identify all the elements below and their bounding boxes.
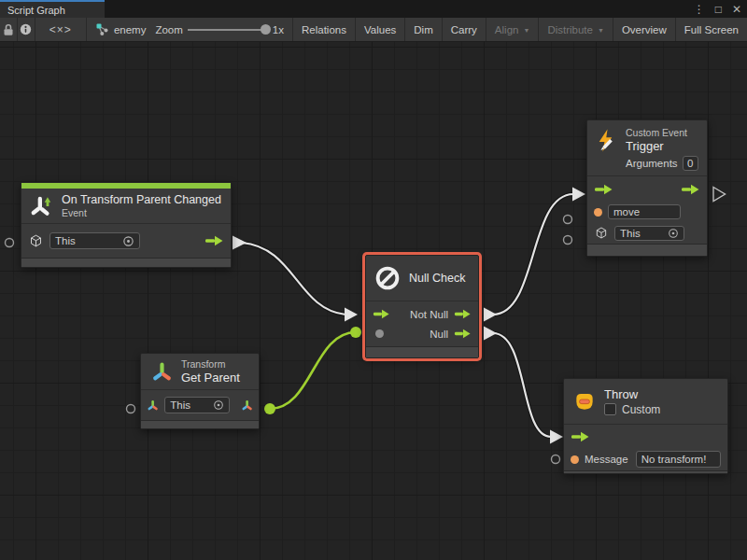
node-footer bbox=[564, 470, 727, 473]
value-port-orange[interactable] bbox=[571, 455, 579, 464]
node-title: On Transform Parent Changed bbox=[62, 193, 221, 206]
toolbar-buttons: Relations Values Dim Carry Align ▼ Distr… bbox=[293, 18, 747, 41]
message-label: Message bbox=[585, 454, 628, 465]
wire-dot bbox=[264, 403, 275, 414]
node-title: Null Check bbox=[409, 272, 465, 285]
graph-name: enemy bbox=[114, 24, 147, 35]
chevron-down-icon: ▼ bbox=[598, 27, 604, 34]
port-label: Null bbox=[430, 329, 448, 340]
node-category: Custom Event bbox=[626, 127, 699, 138]
node-footer bbox=[141, 420, 259, 428]
node-get-parent[interactable]: Transform Get Parent This bbox=[140, 353, 260, 429]
script-graph-icon bbox=[95, 22, 109, 36]
chevron-down-icon: ▼ bbox=[523, 27, 529, 34]
target-field[interactable]: This bbox=[164, 397, 229, 413]
graph-toolbar: <×> enemy Zoom 1x Relations Values Dim C… bbox=[0, 18, 747, 42]
transform-output-port[interactable] bbox=[241, 399, 253, 413]
value-port-orange[interactable] bbox=[594, 208, 602, 217]
node-custom-event-trigger[interactable]: Custom Event Trigger Arguments 0 bbox=[586, 119, 708, 257]
zoom-label: Zoom bbox=[155, 24, 182, 35]
zoom-value: 1x bbox=[273, 24, 284, 35]
trigger-output-port[interactable] bbox=[204, 235, 224, 246]
tab-script-graph[interactable]: Script Graph bbox=[0, 0, 105, 18]
null-output-port[interactable] bbox=[454, 329, 472, 339]
output-trigger-port[interactable] bbox=[713, 188, 726, 202]
node-title: Trigger bbox=[626, 139, 699, 153]
not-null-output-port[interactable] bbox=[454, 309, 472, 319]
node-footer bbox=[366, 346, 478, 357]
custom-event-icon bbox=[595, 127, 618, 155]
object-picker-icon[interactable] bbox=[213, 399, 224, 411]
code-view-button[interactable]: <×> bbox=[35, 18, 87, 41]
node-title: Get Parent bbox=[181, 371, 240, 385]
checkbox-label: Custom bbox=[622, 403, 660, 416]
node-null-check[interactable]: Null Check Not Null bbox=[365, 255, 479, 358]
port-label: Not Null bbox=[410, 309, 448, 320]
node-title: Throw bbox=[604, 387, 660, 401]
maximize-icon[interactable]: □ bbox=[715, 3, 722, 16]
tab-bar: Script Graph ⋮ □ ✕ bbox=[0, 0, 747, 18]
node-category: Transform bbox=[181, 358, 240, 370]
transform-event-icon bbox=[30, 194, 54, 218]
code-icon: <×> bbox=[49, 23, 72, 36]
arguments-label: Arguments bbox=[626, 158, 678, 169]
zoom-slider-knob[interactable] bbox=[261, 24, 271, 35]
wire-end-arrow bbox=[550, 430, 563, 444]
node-subtitle: Event bbox=[62, 207, 221, 218]
value-input-port[interactable] bbox=[375, 329, 384, 338]
dim-button[interactable]: Dim bbox=[405, 18, 442, 41]
input-port[interactable] bbox=[564, 216, 572, 224]
lock-button[interactable] bbox=[0, 18, 18, 41]
custom-checkbox[interactable] bbox=[604, 403, 616, 415]
object-picker-icon[interactable] bbox=[122, 235, 134, 247]
distribute-button: Distribute ▼ bbox=[539, 18, 613, 41]
relations-button[interactable]: Relations bbox=[293, 18, 356, 41]
input-port[interactable] bbox=[127, 405, 135, 413]
trigger-input-port[interactable] bbox=[373, 309, 390, 319]
wire-notnull-to-trigger[interactable] bbox=[493, 194, 573, 315]
wire-end-arrow bbox=[572, 188, 585, 202]
wire-start-arrow bbox=[484, 308, 497, 322]
gameobject-cube-icon bbox=[594, 226, 609, 241]
wire-dot bbox=[350, 327, 361, 338]
gameobject-cube-icon bbox=[28, 233, 44, 249]
unity-script-graph-window: Script Graph ⋮ □ ✕ <×> bbox=[0, 0, 747, 560]
transform-icon bbox=[147, 399, 159, 413]
info-button[interactable] bbox=[18, 18, 35, 41]
overview-button[interactable]: Overview bbox=[613, 18, 676, 41]
values-button[interactable]: Values bbox=[356, 18, 405, 41]
null-check-icon bbox=[374, 264, 402, 292]
trigger-input-port[interactable] bbox=[571, 431, 590, 442]
trigger-output-port[interactable] bbox=[681, 184, 700, 195]
zoom-slider[interactable] bbox=[188, 29, 268, 31]
wire-start-arrow bbox=[484, 327, 497, 341]
input-port[interactable] bbox=[6, 239, 14, 247]
node-throw[interactable]: Throw Custom bbox=[563, 378, 728, 474]
trigger-input-port[interactable] bbox=[594, 184, 613, 195]
graph-canvas[interactable]: On Transform Parent Changed Event This bbox=[0, 42, 747, 560]
full-screen-button[interactable]: Full Screen bbox=[676, 18, 747, 41]
target-field[interactable]: This bbox=[614, 226, 684, 241]
close-icon[interactable]: ✕ bbox=[732, 3, 741, 16]
window-controls: ⋮ □ ✕ bbox=[694, 0, 741, 18]
info-icon bbox=[18, 21, 34, 37]
event-name-field[interactable]: move bbox=[608, 204, 681, 219]
throw-error-icon bbox=[572, 389, 597, 413]
carry-button[interactable]: Carry bbox=[443, 18, 486, 41]
input-port[interactable] bbox=[564, 236, 572, 245]
node-footer bbox=[21, 258, 231, 267]
transform-icon bbox=[150, 360, 174, 384]
tab-title: Script Graph bbox=[7, 5, 65, 16]
node-on-transform-parent-changed[interactable]: On Transform Parent Changed Event This bbox=[21, 182, 232, 268]
message-field[interactable]: No transform! bbox=[636, 451, 721, 468]
lock-icon bbox=[0, 21, 17, 38]
wire-end-arrow bbox=[345, 308, 358, 322]
graph-zone: enemy Zoom 1x bbox=[87, 18, 293, 41]
window-menu-icon[interactable]: ⋮ bbox=[694, 3, 705, 16]
arguments-field[interactable]: 0 bbox=[683, 156, 698, 171]
object-picker-icon[interactable] bbox=[668, 228, 679, 239]
input-port[interactable] bbox=[552, 455, 560, 464]
target-field[interactable]: This bbox=[49, 232, 140, 249]
align-button: Align ▼ bbox=[486, 18, 540, 41]
wire-getparent-to-nullcheck[interactable] bbox=[270, 332, 356, 409]
